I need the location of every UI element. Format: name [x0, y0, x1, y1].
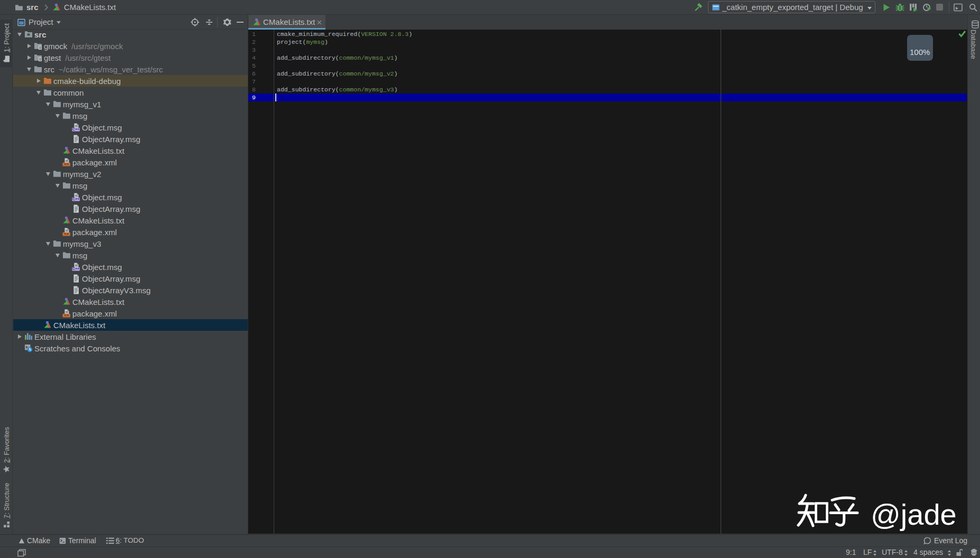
svg-text:<>: <>	[64, 231, 69, 236]
svg-text:<>: <>	[64, 162, 69, 166]
svg-text:<>: <>	[64, 313, 69, 318]
svg-text:C++: C++	[72, 127, 79, 131]
svg-text:@jade: @jade	[871, 498, 957, 531]
svg-text:C++: C++	[72, 267, 79, 271]
svg-text:C++: C++	[72, 197, 79, 201]
